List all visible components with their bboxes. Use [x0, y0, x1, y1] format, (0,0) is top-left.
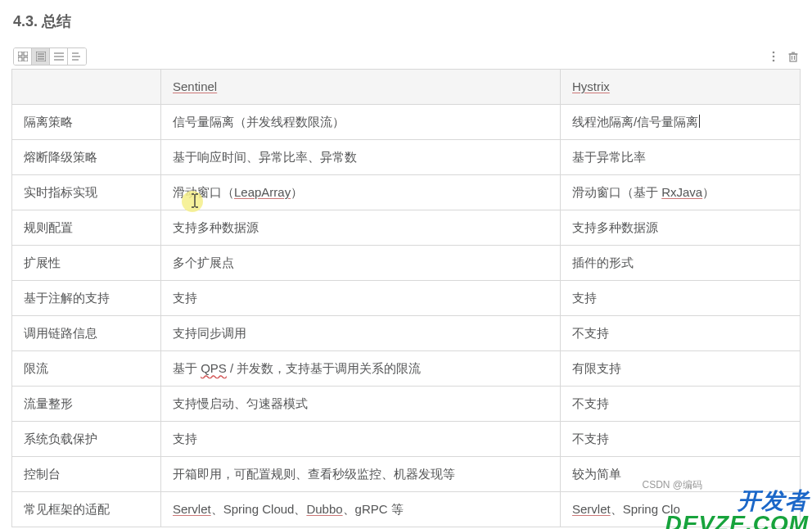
table-row: 控制台 开箱即用，可配置规则、查看秒级监控、机器发现等 较为简单	[12, 457, 801, 492]
cell-hystrix[interactable]: 较为简单	[561, 457, 801, 492]
list-boxed-view-icon[interactable]	[32, 48, 50, 65]
header-blank	[12, 70, 161, 105]
cell-hystrix[interactable]: 不支持	[561, 422, 801, 457]
cell-hystrix[interactable]: 支持多种数据源	[561, 210, 801, 246]
row-label: 基于注解的支持	[12, 281, 161, 316]
cell-sentinel[interactable]: 支持	[161, 422, 561, 457]
svg-rect-17	[790, 54, 796, 61]
table-row: 熔断降级策略 基于响应时间、异常比率、异常数 基于异常比率	[12, 140, 801, 175]
cell-sentinel[interactable]: 支持多种数据源	[161, 210, 561, 246]
cell-sentinel[interactable]: 支持慢启动、匀速器模式	[161, 387, 561, 422]
svg-rect-2	[18, 57, 22, 61]
cell-sentinel[interactable]: 基于 QPS / 并发数，支持基于调用关系的限流	[161, 351, 561, 387]
cell-sentinel[interactable]: 信号量隔离（并发线程数限流）	[161, 105, 561, 140]
table-row: 规则配置 支持多种数据源 支持多种数据源	[12, 210, 801, 246]
cell-hystrix[interactable]: 不支持	[561, 316, 801, 351]
comparison-table: Sentinel Hystrix 隔离策略 信号量隔离（并发线程数限流） 线程池…	[11, 69, 801, 527]
table-row: 流量整形 支持慢启动、匀速器模式 不支持	[12, 387, 801, 422]
cell-hystrix[interactable]: 基于异常比率	[561, 140, 801, 175]
cell-hystrix[interactable]: 不支持	[561, 387, 801, 422]
svg-rect-0	[18, 52, 22, 56]
table-row: 调用链路信息 支持同步调用 不支持	[12, 316, 801, 351]
cell-hystrix[interactable]: 滑动窗口（基于 RxJava）	[561, 175, 801, 210]
row-label: 实时指标实现	[12, 175, 161, 210]
row-label: 规则配置	[12, 210, 161, 246]
table-row: 隔离策略 信号量隔离（并发线程数限流） 线程池隔离/信号量隔离	[12, 105, 801, 140]
table-row: 常见框架的适配 Servlet、Spring Cloud、Dubbo、gRPC …	[12, 492, 801, 527]
header-sentinel: Sentinel	[161, 70, 561, 105]
svg-point-15	[773, 56, 775, 58]
table-row: 实时指标实现 滑动窗口（LeapArray） 滑动窗口（基于 RxJava）	[12, 175, 801, 210]
list-view-icon[interactable]	[50, 48, 68, 65]
cell-sentinel[interactable]: 开箱即用，可配置规则、查看秒级监控、机器发现等	[161, 457, 561, 492]
cell-hystrix[interactable]: 有限支持	[561, 351, 801, 387]
row-label: 限流	[12, 351, 161, 387]
grid-view-icon[interactable]	[14, 48, 32, 65]
header-hystrix: Hystrix	[561, 70, 801, 105]
cell-hystrix[interactable]: 支持	[561, 281, 801, 316]
cell-sentinel[interactable]: 基于响应时间、异常比率、异常数	[161, 140, 561, 175]
cell-sentinel[interactable]: 滑动窗口（LeapArray）	[161, 175, 561, 210]
section-heading: 4.3. 总结	[13, 11, 801, 31]
table-right-actions	[768, 51, 799, 62]
row-label: 熔断降级策略	[12, 140, 161, 175]
row-label: 控制台	[12, 457, 161, 492]
table-toolbar	[11, 47, 801, 66]
cell-sentinel[interactable]: 支持	[161, 281, 561, 316]
cell-hystrix[interactable]: 插件的形式	[561, 246, 801, 281]
table-row: 系统负载保护 支持 不支持	[12, 422, 801, 457]
cell-hystrix[interactable]: 线程池隔离/信号量隔离	[561, 105, 801, 140]
cell-sentinel[interactable]: 多个扩展点	[161, 246, 561, 281]
row-label: 扩展性	[12, 246, 161, 281]
svg-rect-3	[24, 57, 28, 61]
cell-sentinel[interactable]: 支持同步调用	[161, 316, 561, 351]
table-row: 扩展性 多个扩展点 插件的形式	[12, 246, 801, 281]
more-vert-icon[interactable]	[768, 51, 779, 62]
svg-rect-1	[24, 52, 28, 56]
row-label: 调用链路信息	[12, 316, 161, 351]
text-caret	[699, 115, 700, 128]
row-label: 常见框架的适配	[12, 492, 161, 527]
row-label: 隔离策略	[12, 105, 161, 140]
view-toggle-group	[13, 47, 87, 66]
row-label: 系统负载保护	[12, 422, 161, 457]
table-row: 基于注解的支持 支持 支持	[12, 281, 801, 316]
cell-hystrix[interactable]: Servlet、Spring Clo	[561, 492, 801, 527]
trash-icon[interactable]	[787, 51, 799, 62]
svg-point-14	[773, 52, 775, 54]
cell-sentinel[interactable]: Servlet、Spring Cloud、Dubbo、gRPC 等	[161, 492, 561, 527]
table-header-row: Sentinel Hystrix	[12, 70, 801, 105]
svg-point-16	[773, 60, 775, 62]
list-compact-view-icon[interactable]	[68, 48, 86, 65]
row-label: 流量整形	[12, 387, 161, 422]
table-row: 限流 基于 QPS / 并发数，支持基于调用关系的限流 有限支持	[12, 351, 801, 387]
